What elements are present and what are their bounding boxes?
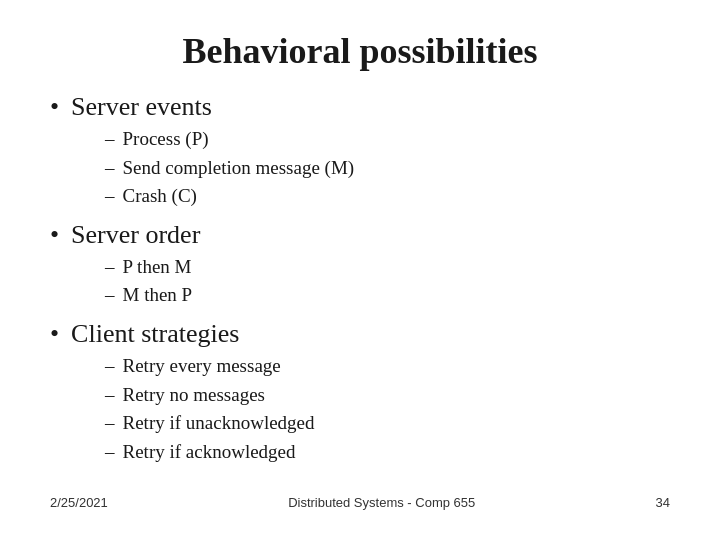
dash-9: –: [105, 439, 115, 466]
sub-item-retry-ack: – Retry if acknowledged: [105, 439, 670, 466]
dash-6: –: [105, 353, 115, 380]
sub-item-process-text: Process (P): [123, 126, 209, 153]
bullet-dot-1: •: [50, 94, 59, 120]
dash-1: –: [105, 126, 115, 153]
dash-4: –: [105, 254, 115, 281]
sub-item-m-then-p: – M then P: [105, 282, 670, 309]
sub-item-retry-no: – Retry no messages: [105, 382, 670, 409]
bullet-client-strategies: • Client strategies: [50, 319, 670, 349]
dash-7: –: [105, 382, 115, 409]
sub-item-crash-text: Crash (C): [123, 183, 197, 210]
server-order-sub-items: – P then M – M then P: [105, 254, 670, 309]
sub-item-p-then-m-text: P then M: [123, 254, 192, 281]
server-events-sub-items: – Process (P) – Send completion message …: [105, 126, 670, 210]
client-strategies-label: Client strategies: [71, 319, 239, 349]
sub-item-process: – Process (P): [105, 126, 670, 153]
slide-footer: 2/25/2021 Distributed Systems - Comp 655…: [50, 490, 670, 510]
footer-date: 2/25/2021: [50, 495, 108, 510]
footer-page: 34: [656, 495, 670, 510]
section-server-order: • Server order – P then M – M then P: [50, 220, 670, 309]
sub-item-send-text: Send completion message (M): [123, 155, 355, 182]
dash-2: –: [105, 155, 115, 182]
bullet-dot-3: •: [50, 321, 59, 347]
sub-item-send: – Send completion message (M): [105, 155, 670, 182]
sub-item-retry-unack: – Retry if unacknowledged: [105, 410, 670, 437]
section-client-strategies: • Client strategies – Retry every messag…: [50, 319, 670, 465]
sub-item-retry-no-text: Retry no messages: [123, 382, 265, 409]
slide-content: • Server events – Process (P) – Send com…: [50, 92, 670, 490]
dash-5: –: [105, 282, 115, 309]
dash-8: –: [105, 410, 115, 437]
sub-item-retry-every: – Retry every message: [105, 353, 670, 380]
server-events-label: Server events: [71, 92, 212, 122]
sub-item-m-then-p-text: M then P: [123, 282, 193, 309]
client-strategies-sub-items: – Retry every message – Retry no message…: [105, 353, 670, 465]
slide: Behavioral possibilities • Server events…: [0, 0, 720, 540]
section-server-events: • Server events – Process (P) – Send com…: [50, 92, 670, 210]
dash-3: –: [105, 183, 115, 210]
bullet-dot-2: •: [50, 222, 59, 248]
sub-item-retry-unack-text: Retry if unacknowledged: [123, 410, 315, 437]
sub-item-p-then-m: – P then M: [105, 254, 670, 281]
slide-title: Behavioral possibilities: [50, 30, 670, 72]
sub-item-crash: – Crash (C): [105, 183, 670, 210]
bullet-server-order: • Server order: [50, 220, 670, 250]
server-order-label: Server order: [71, 220, 200, 250]
bullet-server-events: • Server events: [50, 92, 670, 122]
sub-item-retry-every-text: Retry every message: [123, 353, 281, 380]
footer-course: Distributed Systems - Comp 655: [288, 495, 475, 510]
sub-item-retry-ack-text: Retry if acknowledged: [123, 439, 296, 466]
